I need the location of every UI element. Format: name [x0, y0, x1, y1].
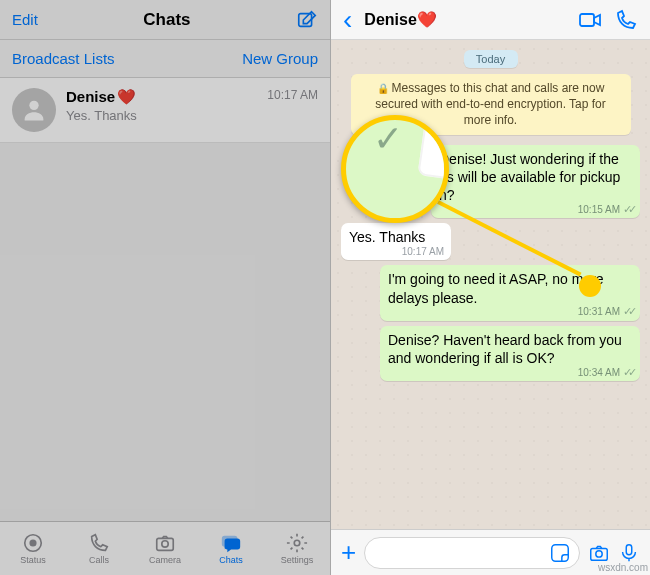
tab-label: Chats [219, 555, 243, 565]
back-button[interactable]: ‹ [343, 6, 352, 34]
message-outgoing[interactable]: Denise! Just wondering if the ns will be… [431, 145, 640, 219]
message-outgoing[interactable]: I'm going to need it ASAP, no more delay… [380, 265, 640, 320]
edit-button[interactable]: Edit [12, 11, 38, 28]
camera-icon[interactable] [588, 542, 610, 564]
chats-header: Edit Chats [0, 0, 330, 40]
chat-name: Denise [66, 88, 115, 106]
conversation-pane: ‹ Denise❤️ Today 🔒Messages to this chat … [331, 0, 650, 575]
mic-icon[interactable] [618, 542, 640, 564]
message-input[interactable] [364, 537, 580, 569]
message-time: 10:17 AM [402, 246, 444, 257]
svg-point-1 [29, 101, 38, 110]
avatar [12, 88, 56, 132]
annotation-dot [579, 275, 601, 297]
sticker-icon[interactable] [549, 542, 571, 564]
message-outgoing[interactable]: Denise? Haven't heard back from you and … [380, 326, 640, 381]
check-icon: ✓✓ [623, 202, 633, 216]
message-list[interactable]: Today 🔒Messages to this chat and calls a… [331, 40, 650, 529]
message-time: 10:34 AM [578, 367, 620, 378]
chat-preview: Yes. Thanks [66, 108, 257, 123]
chat-list-empty [0, 143, 330, 521]
svg-rect-11 [626, 544, 632, 554]
tab-label: Status [20, 555, 46, 565]
message-text: I'm going to need it ASAP, no more delay… [388, 271, 604, 305]
svg-rect-7 [580, 14, 594, 26]
lock-icon: 🔒 [377, 83, 389, 94]
tab-label: Camera [149, 555, 181, 565]
compose-icon[interactable] [296, 9, 318, 31]
heart-icon: ❤️ [117, 88, 136, 106]
check-icon: ✓✓ [623, 365, 633, 379]
chats-pane: Edit Chats Broadcast Lists New Group Den… [0, 0, 331, 575]
tab-label: Settings [281, 555, 314, 565]
svg-point-3 [30, 540, 36, 546]
voice-call-icon[interactable] [614, 8, 638, 32]
message-time: 10:31 AM [578, 306, 620, 317]
tab-camera[interactable]: Camera [132, 522, 198, 575]
new-group-link[interactable]: New Group [242, 50, 318, 67]
attach-button[interactable]: + [341, 537, 356, 568]
tab-chats[interactable]: Chats [198, 522, 264, 575]
chat-info: Denise ❤️ Yes. Thanks [66, 88, 257, 132]
svg-point-5 [162, 541, 168, 547]
watermark: wsxdn.com [598, 562, 648, 573]
contact-name: Denise [364, 11, 416, 28]
heart-icon: ❤️ [417, 11, 437, 28]
chat-list-item[interactable]: Denise ❤️ Yes. Thanks 10:17 AM [0, 78, 330, 143]
tab-calls[interactable]: Calls [66, 522, 132, 575]
conversation-header: ‹ Denise❤️ [331, 0, 650, 40]
svg-rect-8 [552, 544, 569, 561]
chats-subheader: Broadcast Lists New Group [0, 40, 330, 78]
message-time: 10:15 AM [578, 204, 620, 215]
tab-label: Calls [89, 555, 109, 565]
tab-bar: Status Calls Camera Chats Settings [0, 521, 330, 575]
annotation-magnifier: ore AM ✓ [341, 115, 449, 223]
message-text: Yes. Thanks [349, 229, 425, 245]
svg-point-6 [294, 540, 300, 546]
date-pill: Today [464, 50, 518, 68]
broadcast-lists-link[interactable]: Broadcast Lists [12, 50, 115, 67]
check-icon: ✓✓ [623, 304, 633, 318]
magnifier-check-icon: ✓ [373, 117, 403, 161]
message-text: Denise! Just wondering if the ns will be… [439, 151, 620, 203]
chat-time: 10:17 AM [267, 88, 318, 132]
tab-settings[interactable]: Settings [264, 522, 330, 575]
chats-title: Chats [38, 10, 296, 30]
tab-status[interactable]: Status [0, 522, 66, 575]
conversation-title[interactable]: Denise❤️ [364, 10, 566, 29]
message-incoming[interactable]: Yes. Thanks 10:17 AM [341, 223, 451, 260]
svg-point-10 [596, 550, 602, 556]
message-text: Denise? Haven't heard back from you and … [388, 332, 622, 366]
video-call-icon[interactable] [578, 8, 602, 32]
